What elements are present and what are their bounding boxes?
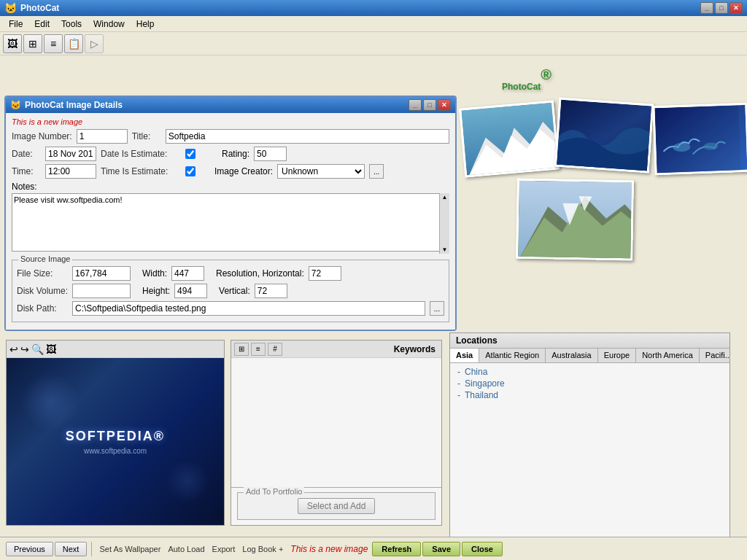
tab-pacific[interactable]: Pacifi... (700, 349, 729, 362)
minimize-button[interactable]: _ (700, 2, 713, 14)
image-number-label: Image Number: (12, 131, 72, 141)
loc-china[interactable]: China (456, 366, 724, 378)
portfolio-area: Add To Portfolio Select and Add (231, 487, 441, 525)
locations-content: China Singapore Thailand (450, 363, 729, 404)
photo-thumbnail-1 (459, 101, 560, 178)
portfolio-legend: Add To Portfolio (244, 487, 304, 496)
tab-australasia[interactable]: Australasia (546, 349, 597, 362)
disk-path-browse-btn[interactable]: ... (430, 301, 444, 316)
width-label: Width: (142, 268, 167, 279)
title-label: Title: (132, 131, 161, 141)
disk-volume-input[interactable] (72, 284, 131, 298)
image-zoom-btn[interactable]: 🔍 (31, 343, 44, 355)
maximize-button[interactable]: □ (715, 2, 728, 14)
locations-header: Locations (450, 333, 729, 349)
image-details-dialog: 🐱 PhotoCat Image Details _ □ ✕ This is a… (4, 96, 457, 331)
photos-area: PhotoCat® (458, 57, 743, 319)
notes-label: Notes: (12, 182, 449, 192)
time-input[interactable] (45, 164, 96, 179)
log-book-btn[interactable]: Log Book + (239, 543, 286, 555)
dialog-title-bar: 🐱 PhotoCat Image Details _ □ ✕ (6, 97, 455, 113)
image-panel-toolbar: ↩ ↪ 🔍 🖼 (7, 341, 224, 358)
keywords-label: Keywords (394, 344, 438, 354)
width-input[interactable] (171, 266, 204, 281)
height-label: Height: (142, 286, 170, 296)
dialog-close-btn[interactable]: ✕ (438, 99, 451, 111)
toolbar-grid-btn[interactable]: ⊞ (23, 34, 42, 53)
form-row-date: Date: Date Is Estimate: Rating: (12, 147, 449, 161)
photo-thumbnail-3 (652, 103, 747, 175)
separator-1 (91, 542, 92, 556)
loc-singapore[interactable]: Singapore (456, 378, 724, 389)
close-button[interactable]: Close (462, 542, 503, 556)
photo-thumbnail-4 (516, 179, 634, 261)
refresh-button[interactable]: Refresh (372, 542, 421, 556)
rating-input[interactable] (254, 147, 287, 161)
form-row-time: Time: Time Is Estimate: Image Creator: U… (12, 164, 449, 179)
disk-path-label: Disk Path: (17, 303, 68, 314)
keywords-tag-btn[interactable]: # (268, 343, 282, 356)
resolution-v-input[interactable] (255, 284, 287, 298)
file-size-input[interactable] (72, 266, 131, 281)
date-estimate-checkbox[interactable] (185, 149, 196, 159)
export-btn[interactable]: Export (209, 543, 239, 555)
svg-rect-4 (654, 105, 740, 174)
image-creator-label: Image Creator: (214, 166, 273, 176)
resolution-h-input[interactable] (309, 266, 341, 281)
toolbar-image-btn[interactable]: 🖼 (3, 34, 22, 53)
notes-input[interactable]: Please visit ww.softpedia.com! (12, 193, 449, 252)
preview-logo-text: SOFTPEDIA® (66, 429, 165, 444)
form-row-title: Image Number: Title: (12, 129, 449, 144)
title-input[interactable] (166, 129, 449, 144)
date-label: Date: (12, 149, 41, 159)
save-button[interactable]: Save (422, 542, 460, 556)
light-effect-2 (166, 459, 209, 503)
notes-container: Please visit ww.softpedia.com! ▲ ▼ (12, 193, 449, 254)
time-label: Time: (12, 166, 41, 176)
time-estimate-checkbox[interactable] (185, 166, 196, 176)
set-wallpaper-btn[interactable]: Set As Wallpaper (96, 543, 163, 555)
notes-scrollbar[interactable]: ▲ ▼ (439, 193, 449, 254)
app-title: PhotoCat (20, 3, 59, 13)
photo-thumbnail-2 (554, 98, 654, 174)
image-redo-btn[interactable]: ↪ (20, 343, 29, 355)
tab-europe[interactable]: Europe (598, 349, 636, 362)
dialog-minimize-btn[interactable]: _ (409, 99, 422, 111)
next-button[interactable]: Next (55, 542, 88, 556)
image-number-input[interactable] (77, 129, 128, 144)
disk-path-input[interactable] (72, 301, 425, 316)
resolution-h-label: Resolution, Horizontal: (216, 268, 304, 279)
height-input[interactable] (174, 284, 207, 298)
tab-atlantic[interactable]: Atlantic Region (479, 349, 546, 362)
dialog-maximize-btn[interactable]: □ (423, 99, 436, 111)
menu-window[interactable]: Window (88, 18, 131, 31)
keywords-toolbar: ⊞ ≡ # Keywords (231, 341, 441, 358)
toolbar-list-btn[interactable]: ≡ (44, 34, 63, 53)
time-estimate-label: Time Is Estimate: (101, 166, 181, 176)
image-add-btn[interactable]: 🖼 (46, 343, 56, 355)
loc-thailand[interactable]: Thailand (456, 389, 724, 401)
toolbar-clipboard-btn[interactable]: 📋 (64, 34, 83, 53)
menu-edit[interactable]: Edit (28, 18, 55, 31)
image-creator-select[interactable]: Unknown (277, 164, 365, 179)
select-and-add-btn[interactable]: Select and Add (298, 498, 376, 514)
image-creator-browse-btn[interactable]: ... (369, 164, 384, 179)
auto-load-btn[interactable]: Auto Load (165, 543, 207, 555)
close-app-button[interactable]: ✕ (729, 2, 743, 14)
image-prev-btn[interactable]: ↩ (9, 343, 18, 355)
tab-north-america[interactable]: North America (636, 349, 700, 362)
keywords-grid-btn[interactable]: ⊞ (234, 343, 249, 356)
date-input[interactable] (45, 147, 96, 161)
previous-button[interactable]: Previous (6, 542, 53, 556)
source-row-2: Disk Volume: Height: Vertical: (17, 284, 444, 298)
dialog-title-icon: 🐱 (10, 100, 21, 110)
menu-file[interactable]: File (3, 18, 28, 31)
tab-asia[interactable]: Asia (450, 349, 479, 362)
menu-help[interactable]: Help (131, 18, 160, 31)
dialog-title: PhotoCat Image Details (25, 100, 123, 110)
keywords-list-btn[interactable]: ≡ (251, 343, 266, 356)
toolbar-play-btn[interactable]: ▷ (85, 34, 104, 53)
disk-volume-label: Disk Volume: (17, 286, 68, 296)
menu-tools[interactable]: Tools (55, 18, 88, 31)
status-message: This is a new image (290, 544, 368, 554)
